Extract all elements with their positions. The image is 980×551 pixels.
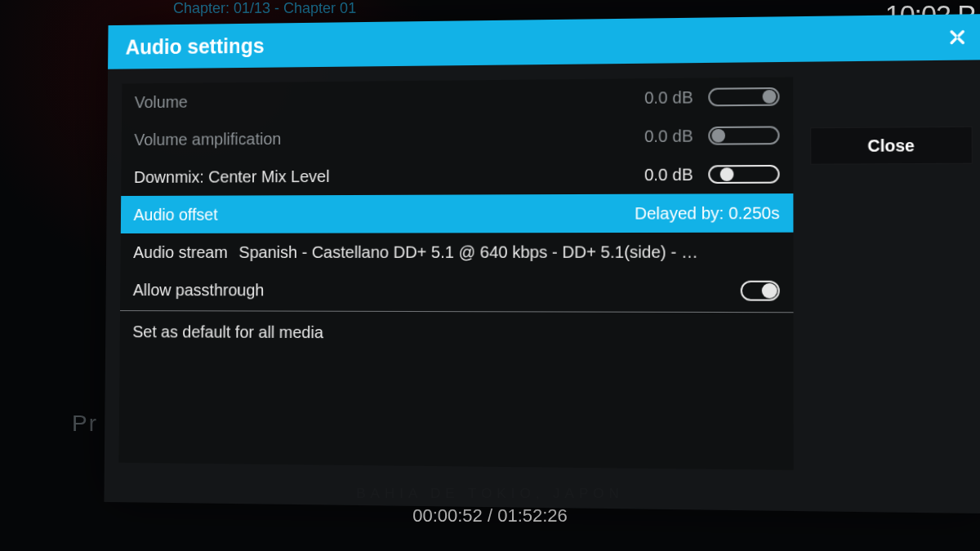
- background-text-left: Pr: [72, 411, 98, 437]
- dialog-side-panel: Close: [810, 75, 973, 472]
- amplification-label: Volume amplification: [134, 129, 281, 149]
- svg-rect-1: [950, 37, 958, 45]
- close-button[interactable]: Close: [810, 127, 973, 165]
- playback-time: 00:00:52 / 01:52:26: [412, 505, 568, 527]
- row-set-default[interactable]: Set as default for all media: [120, 313, 794, 353]
- row-allow-passthrough[interactable]: Allow passthrough: [120, 271, 794, 310]
- downmix-value: 0.0 dB: [644, 165, 693, 184]
- audio-settings-dialog: Audio settings Volume 0.0 dB Volume ampl…: [106, 24, 972, 501]
- kodi-logo-icon: [942, 22, 973, 53]
- chapter-indicator: Chapter: 01/13 - Chapter 01: [173, 0, 356, 17]
- row-downmix-center-level[interactable]: Downmix: Center Mix Level 0.0 dB: [121, 154, 793, 196]
- row-audio-stream[interactable]: Audio stream Spanish - Castellano DD+ 5.…: [120, 233, 793, 272]
- passthrough-label: Allow passthrough: [133, 281, 265, 300]
- audio-offset-value: Delayed by: 0.250s: [635, 203, 780, 223]
- svg-rect-2: [950, 30, 958, 38]
- amplification-value: 0.0 dB: [644, 127, 693, 146]
- svg-rect-3: [957, 37, 965, 45]
- volume-label: Volume: [135, 92, 188, 112]
- passthrough-toggle[interactable]: [741, 281, 780, 301]
- audio-stream-label: Audio stream: [133, 242, 228, 261]
- set-default-label: Set as default for all media: [132, 322, 323, 342]
- volume-slider[interactable]: [708, 87, 779, 106]
- settings-list: Volume 0.0 dB Volume amplification 0.0 d…: [118, 77, 793, 469]
- downmix-slider[interactable]: [708, 165, 779, 184]
- audio-stream-value: Spanish - Castellano DD+ 5.1 @ 640 kbps …: [238, 242, 701, 262]
- row-volume[interactable]: Volume 0.0 dB: [122, 77, 793, 121]
- dialog-title: Audio settings: [126, 33, 265, 59]
- downmix-label: Downmix: Center Mix Level: [134, 167, 330, 186]
- volume-value: 0.0 dB: [644, 87, 693, 107]
- amplification-slider[interactable]: [708, 126, 779, 144]
- row-volume-amplification[interactable]: Volume amplification 0.0 dB: [122, 116, 794, 158]
- audio-offset-label: Audio offset: [134, 205, 218, 224]
- svg-rect-0: [957, 29, 965, 38]
- row-audio-offset[interactable]: Audio offset Delayed by: 0.250s: [121, 193, 794, 233]
